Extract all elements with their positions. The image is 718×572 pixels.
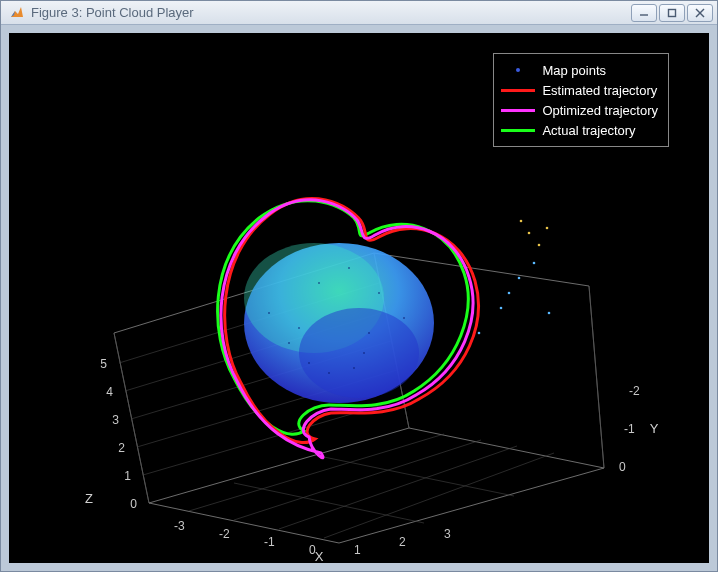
svg-text:-1: -1 — [264, 535, 275, 549]
svg-point-45 — [520, 220, 523, 223]
svg-point-49 — [353, 367, 355, 369]
svg-text:3: 3 — [444, 527, 451, 541]
svg-point-51 — [368, 332, 370, 334]
legend-item-points: Map points — [500, 60, 658, 80]
maximize-button[interactable] — [659, 4, 685, 22]
legend-label: Map points — [542, 63, 606, 78]
svg-line-17 — [319, 456, 514, 496]
svg-text:3: 3 — [112, 413, 119, 427]
svg-point-42 — [548, 312, 551, 315]
svg-point-44 — [538, 244, 541, 247]
svg-point-38 — [518, 277, 521, 280]
svg-text:5: 5 — [100, 357, 107, 371]
svg-point-37 — [508, 292, 511, 295]
z-axis-label: Z — [85, 491, 93, 506]
x-axis-label: X — [315, 549, 324, 563]
svg-line-15 — [324, 453, 554, 538]
line-icon — [501, 89, 535, 92]
line-icon — [501, 109, 535, 112]
legend-item-actual: Actual trajectory — [500, 120, 658, 140]
figure-window: Figure 3: Point Cloud Player — [0, 0, 718, 572]
svg-line-6 — [589, 286, 604, 468]
close-button[interactable] — [687, 4, 713, 22]
legend-label: Optimized trajectory — [542, 103, 658, 118]
svg-line-12 — [189, 434, 444, 511]
svg-text:2: 2 — [118, 441, 125, 455]
matlab-icon — [9, 5, 25, 21]
svg-point-50 — [288, 342, 290, 344]
minimize-button[interactable] — [631, 4, 657, 22]
point-cloud — [244, 220, 550, 403]
svg-point-47 — [308, 362, 310, 364]
legend-item-estimated: Estimated trajectory — [500, 80, 658, 100]
svg-point-40 — [500, 307, 503, 310]
svg-point-54 — [318, 282, 320, 284]
y-ticks: 0 -1 -2 Y — [619, 384, 659, 474]
svg-point-48 — [328, 372, 330, 374]
svg-point-39 — [533, 262, 536, 265]
svg-text:-2: -2 — [629, 384, 640, 398]
plot-area[interactable]: 0 1 2 3 4 5 Z -3 -2 -1 0 1 2 3 X 0 — [9, 33, 709, 563]
legend-item-optimized: Optimized trajectory — [500, 100, 658, 120]
titlebar[interactable]: Figure 3: Point Cloud Player — [1, 1, 717, 25]
svg-line-14 — [279, 446, 517, 529]
svg-text:0: 0 — [130, 497, 137, 511]
svg-point-58 — [363, 352, 365, 354]
svg-point-41 — [478, 332, 481, 335]
z-ticks: 0 1 2 3 4 5 Z — [85, 357, 137, 511]
svg-point-55 — [348, 267, 350, 269]
svg-point-52 — [403, 317, 405, 319]
svg-line-13 — [234, 440, 481, 520]
svg-text:1: 1 — [354, 543, 361, 557]
svg-rect-1 — [669, 9, 676, 16]
x-ticks: -3 -2 -1 0 1 2 3 X — [174, 519, 451, 563]
window-title: Figure 3: Point Cloud Player — [31, 5, 631, 20]
svg-text:2: 2 — [399, 535, 406, 549]
svg-text:1: 1 — [124, 469, 131, 483]
svg-point-36 — [299, 308, 419, 398]
y-axis-label: Y — [650, 421, 659, 436]
svg-text:-2: -2 — [219, 527, 230, 541]
svg-point-46 — [546, 227, 549, 230]
window-controls — [631, 4, 717, 22]
legend-label: Actual trajectory — [542, 123, 635, 138]
svg-point-57 — [298, 327, 300, 329]
line-icon — [501, 129, 535, 132]
svg-point-43 — [528, 232, 531, 235]
dot-icon — [516, 68, 520, 72]
svg-text:-1: -1 — [624, 422, 635, 436]
legend[interactable]: Map points Estimated trajectory Optimize… — [493, 53, 669, 147]
svg-point-53 — [268, 312, 270, 314]
legend-label: Estimated trajectory — [542, 83, 657, 98]
svg-line-4 — [114, 333, 149, 503]
svg-text:0: 0 — [619, 460, 626, 474]
svg-point-56 — [378, 292, 380, 294]
svg-text:4: 4 — [106, 385, 113, 399]
svg-text:-3: -3 — [174, 519, 185, 533]
